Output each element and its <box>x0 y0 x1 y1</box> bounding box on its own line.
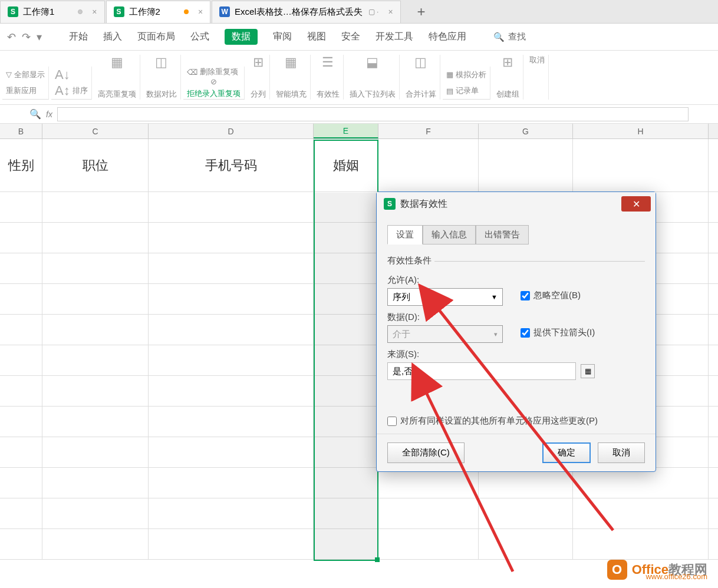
ok-button[interactable]: 确定 <box>542 442 591 463</box>
highlight-dup-group[interactable]: ▦ 高亮重复项 <box>94 55 140 100</box>
simulate-button[interactable]: ▦模拟分析 <box>446 70 486 80</box>
menu-featured[interactable]: 特色应用 <box>429 31 466 43</box>
checkbox-input[interactable] <box>521 328 530 338</box>
cell[interactable] <box>149 253 314 283</box>
cell[interactable] <box>149 223 314 253</box>
cell[interactable] <box>42 376 149 406</box>
cell[interactable] <box>0 468 42 498</box>
cancel-button[interactable]: 取消 <box>598 442 645 463</box>
cell[interactable] <box>0 223 42 253</box>
range-picker-icon[interactable]: ▦ <box>581 364 595 378</box>
cell[interactable] <box>149 376 314 406</box>
allow-select[interactable]: 序列 ▼ <box>387 288 503 306</box>
tab-workbook1[interactable]: S 工作簿1 × <box>0 1 105 23</box>
col-header-b[interactable]: B <box>0 124 42 138</box>
cell[interactable] <box>378 139 479 191</box>
close-button[interactable]: ✕ <box>621 196 651 212</box>
tab-excel-doc[interactable]: W Excel表格技…格保存后格式丢失 ▢ · × <box>212 1 401 23</box>
split-group[interactable]: ⊞ 分列 <box>247 55 270 100</box>
cell[interactable] <box>149 437 314 467</box>
compare-group[interactable]: ◫ 数据对比 <box>143 55 181 100</box>
col-header-f[interactable]: F <box>378 124 479 138</box>
cell[interactable] <box>149 315 314 345</box>
menu-dev-tools[interactable]: 开发工具 <box>376 31 413 43</box>
cell[interactable] <box>0 407 42 437</box>
cell[interactable] <box>0 192 42 222</box>
menu-start[interactable]: 开始 <box>69 31 88 43</box>
tab-settings[interactable]: 设置 <box>387 225 423 245</box>
cell[interactable] <box>42 315 149 345</box>
menu-page-layout[interactable]: 页面布局 <box>137 31 175 43</box>
cell[interactable] <box>149 284 314 314</box>
cell[interactable] <box>149 192 314 222</box>
menu-view[interactable]: 视图 <box>307 31 326 43</box>
apply-all-checkbox[interactable]: 对所有同样设置的其他所有单元格应用这些更改(P) <box>387 415 645 427</box>
cell[interactable] <box>0 498 42 528</box>
menu-insert[interactable]: 插入 <box>103 31 122 43</box>
sort-asc-button[interactable]: A↓ <box>55 67 70 82</box>
formula-input[interactable] <box>57 107 689 121</box>
close-icon[interactable]: × <box>198 7 203 16</box>
cell[interactable] <box>0 315 42 345</box>
close-icon[interactable]: × <box>388 7 393 16</box>
checkbox-input[interactable] <box>387 417 397 426</box>
cell[interactable] <box>378 529 479 559</box>
cell[interactable] <box>573 498 709 528</box>
tab-workbook2[interactable]: S 工作簿2 × <box>106 1 211 23</box>
col-header-c[interactable]: C <box>42 124 149 138</box>
cell[interactable] <box>0 376 42 406</box>
tab-input-msg[interactable]: 输入信息 <box>423 225 476 245</box>
cell[interactable] <box>573 468 709 498</box>
col-header-d[interactable]: D <box>149 124 314 138</box>
close-icon[interactable]: × <box>92 7 97 16</box>
ignore-blank-checkbox[interactable]: 忽略空值(B) <box>521 290 581 301</box>
cell[interactable] <box>573 139 709 191</box>
dropdown-icon[interactable]: ▾ <box>37 31 42 44</box>
insert-dropdown-group[interactable]: ⬓ 插入下拉列表 <box>346 55 400 100</box>
group-group[interactable]: ⊞ 创建组 <box>493 55 523 100</box>
sort-button[interactable]: A↕排序 <box>55 83 88 98</box>
cell[interactable] <box>479 498 573 528</box>
record-button[interactable]: ▤记录单 <box>446 85 479 96</box>
cell[interactable] <box>479 139 573 191</box>
new-tab-button[interactable]: + <box>413 3 430 21</box>
cell[interactable] <box>149 498 314 528</box>
show-all-button[interactable]: ▽全部显示 <box>6 70 45 80</box>
cell[interactable] <box>479 468 573 498</box>
reject-dup-button[interactable]: ⊘拒绝录入重复项 <box>187 77 241 99</box>
dropdown-checkbox[interactable]: 提供下拉箭头(I) <box>521 327 595 338</box>
cell[interactable] <box>42 529 149 559</box>
cell[interactable] <box>42 253 149 283</box>
cell[interactable] <box>149 407 314 437</box>
fx-icon[interactable]: fx <box>46 110 52 119</box>
menu-review[interactable]: 审阅 <box>273 31 292 43</box>
redo-icon[interactable]: ↷ <box>22 31 31 44</box>
dialog-header[interactable]: S 数据有效性 ✕ <box>377 192 656 216</box>
cell[interactable] <box>42 345 149 375</box>
cell[interactable]: 职位 <box>42 139 149 191</box>
menu-data[interactable]: 数据 <box>225 29 258 45</box>
cell[interactable] <box>0 345 42 375</box>
clear-all-button[interactable]: 全部清除(C) <box>387 442 465 463</box>
search-icon[interactable]: 🔍 <box>29 108 41 120</box>
cell[interactable] <box>0 284 42 314</box>
undo-icon[interactable]: ↶ <box>7 31 16 44</box>
cell[interactable] <box>42 468 149 498</box>
tab-error-alert[interactable]: 出错警告 <box>476 225 529 245</box>
reapply-button[interactable]: 重新应用 <box>6 85 37 96</box>
menu-security[interactable]: 安全 <box>341 31 360 43</box>
cell[interactable] <box>378 498 479 528</box>
cell[interactable] <box>42 437 149 467</box>
cell[interactable] <box>0 253 42 283</box>
cell[interactable] <box>149 345 314 375</box>
validity-group[interactable]: ☰ 有效性 <box>313 55 344 100</box>
cell[interactable] <box>42 223 149 253</box>
delete-dup-button[interactable]: ⌫删除重复项 <box>187 67 238 77</box>
cell[interactable]: 性别 <box>0 139 42 191</box>
col-header-g[interactable]: G <box>479 124 573 138</box>
cell[interactable] <box>149 468 314 498</box>
search-group[interactable]: 🔍 查找 <box>493 31 526 42</box>
cell[interactable] <box>0 529 42 559</box>
fill-group[interactable]: ▦ 智能填充 <box>272 55 311 100</box>
cell[interactable] <box>42 407 149 437</box>
